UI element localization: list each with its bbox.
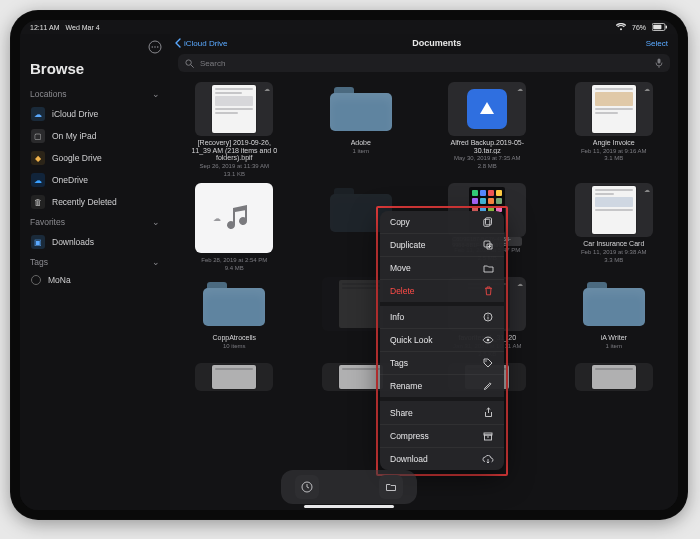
ctx-info[interactable]: Info bbox=[380, 306, 504, 329]
ctx-delete[interactable]: Delete bbox=[380, 280, 504, 306]
page-title: Documents bbox=[412, 38, 461, 48]
svg-line-8 bbox=[191, 64, 194, 67]
file-meta: 9.4 MB bbox=[225, 265, 244, 272]
file-item[interactable]: Adobe 1 item bbox=[303, 82, 420, 177]
sidebar-item-tag-mona[interactable]: MoNa bbox=[28, 271, 162, 289]
sidebar-section-favorites[interactable]: Favorites ⌄ bbox=[28, 213, 162, 231]
back-button[interactable]: iCloud Drive bbox=[174, 38, 228, 48]
folder-icon bbox=[583, 282, 645, 326]
ctx-copy[interactable]: Copy bbox=[380, 211, 504, 234]
chevron-down-icon: ⌄ bbox=[152, 89, 160, 99]
status-date: Wed Mar 4 bbox=[66, 24, 100, 31]
status-bar: 12:11 AM Wed Mar 4 76% bbox=[20, 20, 678, 34]
ellipsis-icon[interactable] bbox=[148, 40, 162, 54]
sidebar-item-downloads[interactable]: ▣Downloads bbox=[28, 231, 162, 253]
chevron-down-icon: ⌄ bbox=[152, 217, 160, 227]
dock-app-2[interactable] bbox=[379, 475, 403, 499]
chevron-down-icon: ⌄ bbox=[152, 257, 160, 267]
document-thumbnail-icon bbox=[339, 365, 383, 389]
share-icon bbox=[482, 407, 494, 418]
ctx-rename[interactable]: Rename bbox=[380, 375, 504, 401]
file-item[interactable] bbox=[556, 363, 673, 391]
ctx-label: Move bbox=[390, 263, 411, 273]
ctx-label: Compress bbox=[390, 431, 429, 441]
file-item[interactable]: ☁ [Recovery] 2019-09-26, 11_39 AM (218 i… bbox=[176, 82, 293, 177]
file-meta: 2.8 MB bbox=[478, 163, 497, 170]
archive-app-icon bbox=[467, 89, 507, 129]
dock-app-1[interactable] bbox=[295, 475, 319, 499]
cloud-status-icon: ☁ bbox=[213, 214, 221, 223]
sidebar-item-label: Google Drive bbox=[52, 153, 102, 163]
home-indicator[interactable] bbox=[304, 505, 394, 508]
ctx-duplicate[interactable]: Duplicate bbox=[380, 234, 504, 257]
sidebar-section-label: Favorites bbox=[30, 217, 65, 227]
nav-bar: iCloud Drive Documents Select bbox=[170, 34, 678, 50]
svg-rect-18 bbox=[485, 435, 492, 440]
file-meta: 1 item bbox=[606, 343, 622, 350]
file-item[interactable]: ☁ Car Insurance Card Feb 11, 2019 at 9:3… bbox=[556, 183, 673, 271]
dock bbox=[281, 470, 417, 504]
sidebar-item-onedrive[interactable]: ☁OneDrive bbox=[28, 169, 162, 191]
sidebar-title: Browse bbox=[28, 58, 162, 85]
sidebar-section-tags[interactable]: Tags ⌄ bbox=[28, 253, 162, 271]
sidebar-section-label: Locations bbox=[30, 89, 66, 99]
file-item-selected[interactable]: ☁ Feb 28, 2019 at 2:54 PM 9.4 MB bbox=[176, 183, 293, 271]
file-item[interactable] bbox=[176, 363, 293, 391]
back-label: iCloud Drive bbox=[184, 39, 228, 48]
ctx-tags[interactable]: Tags bbox=[380, 352, 504, 375]
mic-icon[interactable] bbox=[655, 58, 663, 68]
cloud-status-icon: ☁ bbox=[517, 280, 523, 287]
select-button[interactable]: Select bbox=[646, 39, 668, 48]
sidebar-item-label: Recently Deleted bbox=[52, 197, 117, 207]
sidebar-item-label: iCloud Drive bbox=[52, 109, 98, 119]
folder-icon bbox=[203, 282, 265, 326]
music-thumbnail: ☁ bbox=[195, 183, 273, 253]
sidebar-item-recentlydeleted[interactable]: 🗑Recently Deleted bbox=[28, 191, 162, 213]
cloud-status-icon: ☁ bbox=[264, 85, 270, 92]
ctx-compress[interactable]: Compress bbox=[380, 425, 504, 448]
sidebar-item-icloud[interactable]: ☁iCloud Drive bbox=[28, 103, 162, 125]
music-note-icon bbox=[221, 201, 255, 235]
ctx-label: Duplicate bbox=[390, 240, 425, 250]
search-placeholder: Search bbox=[200, 59, 225, 68]
sidebar-item-onmyipad[interactable]: ▢On My iPad bbox=[28, 125, 162, 147]
sidebar-section-label: Tags bbox=[30, 257, 48, 267]
sidebar-item-googledrive[interactable]: ◆Google Drive bbox=[28, 147, 162, 169]
ipad-icon: ▢ bbox=[31, 129, 45, 143]
search-input[interactable]: Search bbox=[178, 54, 670, 72]
file-meta: Sep 26, 2019 at 11:39 AM bbox=[200, 163, 269, 170]
file-meta: May 30, 2019 at 7:35 AM bbox=[454, 155, 521, 162]
svg-point-15 bbox=[487, 339, 490, 342]
ctx-share[interactable]: Share bbox=[380, 401, 504, 425]
file-meta: 13.1 KB bbox=[224, 171, 245, 178]
status-time: 12:11 AM bbox=[30, 24, 60, 31]
cloud-status-icon: ☁ bbox=[517, 85, 523, 92]
ctx-label: Copy bbox=[390, 217, 410, 227]
file-name: Car Insurance Card bbox=[583, 240, 644, 248]
ctx-move[interactable]: Move bbox=[380, 257, 504, 280]
file-item[interactable]: iA Writer 1 item bbox=[556, 277, 673, 357]
ctx-label: Rename bbox=[390, 381, 422, 391]
folder-icon bbox=[330, 87, 392, 131]
file-item[interactable]: CoppAtrocells 10 items bbox=[176, 277, 293, 357]
file-item[interactable]: ☁ Alfred Backup.2019-05-30.tar.gz May 30… bbox=[429, 82, 546, 177]
sidebar-section-locations[interactable]: Locations ⌄ bbox=[28, 85, 162, 103]
sidebar-item-label: On My iPad bbox=[52, 131, 96, 141]
file-name: CoppAtrocells bbox=[212, 334, 256, 342]
file-name: [Recovery] 2019-09-26, 11_39 AM (218 ite… bbox=[189, 139, 279, 162]
file-meta: Feb 11, 2019 at 9:38 AM bbox=[581, 249, 647, 256]
sidebar-item-label: OneDrive bbox=[52, 175, 88, 185]
sidebar: Browse Locations ⌄ ☁iCloud Drive ▢On My … bbox=[20, 34, 170, 510]
info-icon bbox=[482, 312, 494, 322]
ctx-label: Quick Look bbox=[390, 335, 433, 345]
file-item[interactable]: ☁ Angie Invoice Feb 11, 2019 at 9:16 AM … bbox=[556, 82, 673, 177]
battery-pct: 76% bbox=[632, 24, 646, 31]
ctx-quicklook[interactable]: Quick Look bbox=[380, 329, 504, 352]
ipad-frame: 12:11 AM Wed Mar 4 76% bbox=[10, 10, 688, 520]
googledrive-icon: ◆ bbox=[31, 151, 45, 165]
ctx-download[interactable]: Download bbox=[380, 448, 504, 470]
file-meta: 3.3 MB bbox=[604, 257, 623, 264]
cloud-status-icon: ☁ bbox=[644, 186, 650, 193]
ctx-label: Tags bbox=[390, 358, 408, 368]
pencil-icon bbox=[482, 381, 494, 391]
